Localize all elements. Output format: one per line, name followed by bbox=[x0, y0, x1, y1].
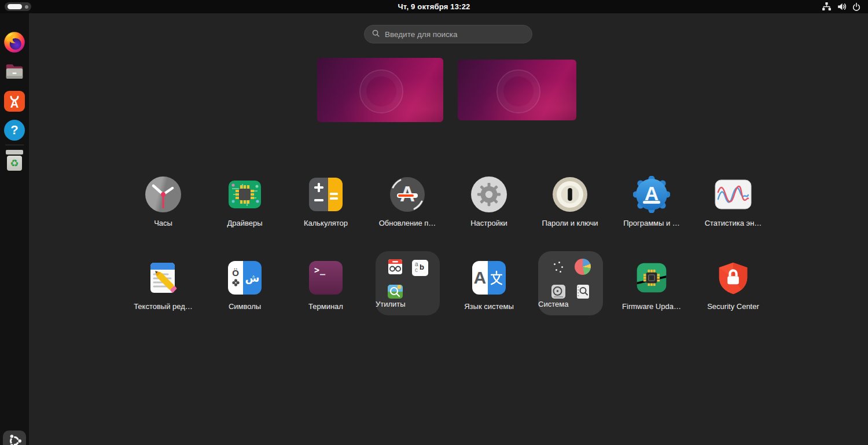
app-label: Статистика эн… bbox=[693, 219, 774, 227]
app-label: Язык системы bbox=[448, 302, 529, 311]
folder-label: Утилиты bbox=[376, 300, 440, 308]
app-language-support[interactable]: A Язык системы bbox=[448, 259, 529, 311]
characters-latin-glyph: Ö bbox=[232, 269, 239, 277]
gnome-overview: Чт, 9 октября 13:22 bbox=[0, 0, 868, 445]
files-icon bbox=[3, 60, 25, 84]
disk-usage-analyzer-icon bbox=[575, 259, 591, 275]
cjk-wen-glyph bbox=[489, 270, 504, 286]
passwords-keys-icon bbox=[529, 176, 610, 213]
app-label: Часы bbox=[123, 219, 204, 227]
app-label: Терминал bbox=[285, 302, 366, 311]
ubuntu-logo-icon bbox=[6, 432, 23, 445]
app-drivers[interactable]: Драйверы bbox=[204, 176, 285, 227]
inactive-workspace-dot bbox=[25, 5, 28, 9]
software-properties-icon: A bbox=[611, 176, 692, 213]
dock-item-files[interactable] bbox=[3, 61, 25, 83]
app-passwords-keys[interactable]: Пароли и ключи bbox=[529, 176, 610, 227]
show-apps-button[interactable] bbox=[3, 431, 26, 445]
help-icon: ? bbox=[4, 120, 25, 141]
fonts-icon: a c b bbox=[412, 260, 428, 276]
app-text-editor[interactable]: Текстовый ред… bbox=[123, 259, 204, 311]
app-label: Символы bbox=[204, 302, 285, 311]
logs-icon bbox=[575, 284, 591, 300]
app-label: Обновление п… bbox=[367, 219, 448, 227]
workspace-thumbnail-2[interactable] bbox=[458, 60, 576, 120]
power-statistics-icon bbox=[693, 176, 774, 213]
image-viewer-icon bbox=[387, 284, 403, 300]
folder-label: Система bbox=[538, 300, 603, 308]
clock-date-button[interactable]: Чт, 9 октября 13:22 bbox=[398, 2, 470, 11]
search-input[interactable]: Введите для поиска bbox=[364, 25, 532, 43]
app-security-center[interactable]: Security Center bbox=[693, 259, 774, 311]
app-calculator[interactable]: Калькулятор bbox=[285, 176, 366, 227]
search-icon bbox=[372, 29, 380, 40]
disks-icon bbox=[550, 284, 567, 300]
app-software-updater[interactable]: A Обновление п… bbox=[367, 176, 448, 227]
app-label: Калькулятор bbox=[285, 219, 366, 227]
characters-icon: Ö ش bbox=[228, 261, 262, 295]
clocks-icon bbox=[123, 176, 204, 213]
settings-gear-icon bbox=[471, 176, 507, 212]
terminal-icon: >_ bbox=[309, 261, 343, 295]
app-terminal[interactable]: >_ Терминал bbox=[285, 259, 366, 311]
app-clocks[interactable]: Часы bbox=[123, 176, 204, 227]
drivers-icon bbox=[204, 176, 285, 213]
dock-separator bbox=[5, 145, 24, 145]
app-label: Драйверы bbox=[204, 219, 285, 227]
app-folder-utilities[interactable]: a c b Утилиты bbox=[376, 251, 440, 315]
software-updater-icon: A bbox=[367, 176, 448, 213]
characters-arabic-glyph: ش bbox=[245, 272, 260, 284]
dock-item-trash[interactable]: ♻ bbox=[3, 149, 25, 171]
language-latin-glyph: A bbox=[474, 268, 487, 288]
trash-lid bbox=[6, 150, 23, 155]
network-wired-icon bbox=[822, 2, 832, 12]
app-label: Firmware Upda… bbox=[611, 302, 692, 311]
dock-item-help[interactable]: ? bbox=[3, 119, 25, 141]
app-settings[interactable]: Настройки bbox=[448, 176, 529, 227]
app-software-properties[interactable]: A Программы и … bbox=[611, 176, 692, 227]
app-label: Security Center bbox=[693, 302, 774, 311]
app-firmware-updater[interactable]: Firmware Upda… bbox=[611, 259, 692, 311]
language-support-icon: A bbox=[472, 261, 506, 295]
power-icon bbox=[852, 2, 861, 12]
trash-icon: ♻ bbox=[5, 150, 24, 171]
firefox-icon bbox=[3, 31, 25, 56]
volume-icon bbox=[837, 2, 847, 12]
app-label: Программы и … bbox=[611, 219, 692, 227]
app-characters[interactable]: Ö ش Символы bbox=[204, 259, 285, 311]
workspace-thumbnail-1[interactable] bbox=[317, 58, 443, 122]
system-status-area[interactable] bbox=[819, 0, 863, 13]
clover-glyph bbox=[231, 278, 240, 287]
document-viewer-icon bbox=[387, 259, 403, 275]
app-folder-system[interactable]: Система bbox=[538, 251, 603, 315]
app-label: Пароли и ключи bbox=[529, 219, 610, 227]
app-label: Текстовый ред… bbox=[123, 302, 204, 311]
top-bar: Чт, 9 октября 13:22 bbox=[0, 0, 868, 13]
search-placeholder: Введите для поиска bbox=[385, 30, 458, 39]
app-label: Настройки bbox=[448, 219, 529, 227]
recycle-glyph: ♻ bbox=[10, 159, 19, 168]
security-center-icon bbox=[693, 259, 774, 296]
firmware-updater-icon bbox=[611, 259, 692, 296]
active-workspace-dot bbox=[8, 4, 22, 9]
app-center-icon: A bbox=[4, 91, 25, 112]
text-editor-icon bbox=[123, 259, 204, 296]
dock-item-firefox[interactable] bbox=[3, 32, 25, 54]
help-question-glyph: ? bbox=[10, 123, 18, 138]
trash-body: ♻ bbox=[7, 156, 22, 171]
calculator-icon bbox=[309, 178, 343, 211]
workspace-indicator[interactable] bbox=[5, 2, 31, 11]
dock: A ? ♻ bbox=[0, 13, 29, 445]
terminal-prompt-glyph: >_ bbox=[314, 265, 326, 275]
dock-item-app-center[interactable]: A bbox=[3, 90, 25, 112]
app-power-statistics[interactable]: Статистика эн… bbox=[693, 176, 774, 227]
